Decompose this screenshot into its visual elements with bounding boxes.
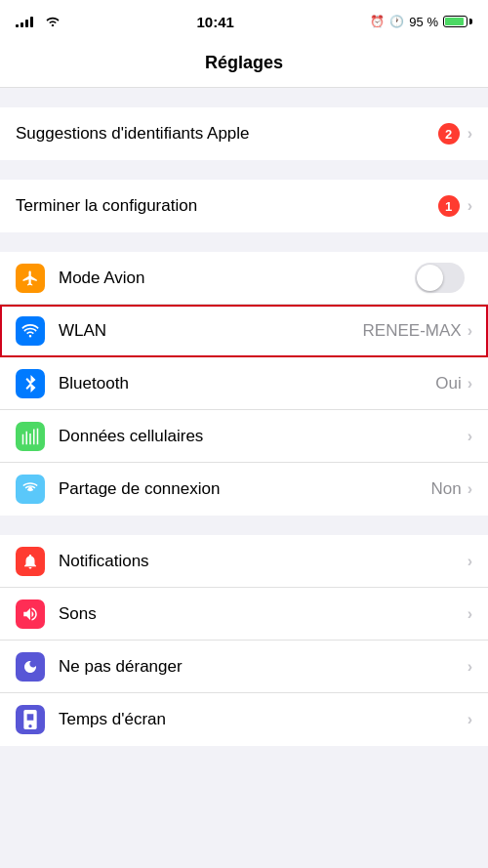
row-mode-avion[interactable]: Mode Avion — [0, 252, 488, 305]
page-title-bar: Réglages — [0, 43, 488, 88]
chevron-notifications: › — [468, 553, 472, 570]
wifi-icon — [16, 316, 45, 346]
section-config: Terminer la configuration 1 › — [0, 180, 488, 232]
badge-apple-id: 2 — [438, 123, 460, 145]
screentime-icon — [16, 705, 45, 734]
clock-icon: 🕐 — [389, 15, 404, 28]
row-ne-pas-deranger[interactable]: Ne pas déranger › — [0, 641, 488, 693]
chevron-config: › — [468, 197, 472, 215]
hotspot-icon — [16, 475, 45, 504]
toggle-mode-avion[interactable] — [415, 263, 465, 293]
row-label-temps-ecran: Temps d'écran — [59, 710, 468, 729]
wifi-status-icon — [45, 15, 61, 29]
chevron-wlan: › — [468, 322, 472, 340]
chevron-apple-id: › — [468, 125, 472, 143]
section-apple-id: Suggestions d'identifiants Apple 2 › — [0, 107, 488, 160]
bluetooth-value: Oui — [435, 374, 461, 393]
row-label-apple-id: Suggestions d'identifiants Apple — [16, 124, 438, 144]
signal-bars-icon — [16, 16, 33, 27]
battery-percent: 95 % — [409, 15, 438, 29]
row-label-notifications: Notifications — [59, 552, 468, 571]
row-label-bluetooth: Bluetooth — [59, 374, 435, 393]
chevron-donnees: › — [468, 428, 472, 445]
moon-icon — [16, 652, 45, 682]
battery-icon — [443, 16, 472, 27]
alarm-icon: ⏰ — [370, 15, 385, 28]
notifications-icon — [16, 547, 45, 576]
chevron-partage: › — [468, 480, 472, 498]
section-connectivity: Mode Avion WLAN RENEE-MAX › Bluetooth Ou… — [0, 252, 488, 516]
spacer-1 — [0, 88, 488, 107]
page-title: Réglages — [0, 53, 488, 73]
row-label-donnees: Données cellulaires — [59, 427, 468, 446]
row-terminer-config[interactable]: Terminer la configuration 1 › — [0, 180, 488, 232]
row-notifications[interactable]: Notifications › — [0, 535, 488, 588]
wlan-value: RENEE-MAX — [363, 321, 462, 341]
partage-value: Non — [430, 479, 461, 499]
bluetooth-icon — [16, 369, 45, 398]
row-partage-connexion[interactable]: Partage de connexion Non › — [0, 463, 488, 516]
spacer-2 — [0, 160, 488, 180]
sounds-icon — [16, 599, 45, 629]
spacer-bottom — [0, 746, 488, 785]
row-bluetooth[interactable]: Bluetooth Oui › — [0, 357, 488, 410]
chevron-temps-ecran: › — [468, 711, 472, 728]
status-right: ⏰ 🕐 95 % — [370, 15, 472, 29]
row-wlan[interactable]: WLAN RENEE-MAX › — [0, 305, 488, 357]
badge-config: 1 — [438, 195, 460, 217]
row-apple-id-suggestions[interactable]: Suggestions d'identifiants Apple 2 › — [0, 107, 488, 160]
row-donnees-cellulaires[interactable]: Données cellulaires › — [0, 410, 488, 463]
status-bar: 10:41 ⏰ 🕐 95 % — [0, 0, 488, 43]
chevron-ne-pas-deranger: › — [468, 658, 472, 676]
status-time: 10:41 — [196, 14, 233, 30]
spacer-3 — [0, 232, 488, 252]
row-label-ne-pas-deranger: Ne pas déranger — [59, 657, 468, 677]
row-temps-ecran[interactable]: Temps d'écran › — [0, 693, 488, 746]
spacer-4 — [0, 516, 488, 535]
row-label-sons: Sons — [59, 604, 468, 624]
chevron-sons: › — [468, 605, 472, 623]
row-label-wlan: WLAN — [59, 321, 363, 341]
row-label-mode-avion: Mode Avion — [59, 269, 415, 288]
row-label-partage: Partage de connexion — [59, 479, 430, 499]
row-label-config: Terminer la configuration — [16, 196, 438, 216]
status-left — [16, 15, 61, 29]
cellular-icon — [16, 422, 45, 451]
section-notifications: Notifications › Sons › Ne pas déranger ›… — [0, 535, 488, 746]
airplane-icon — [16, 264, 45, 293]
chevron-bluetooth: › — [468, 375, 472, 393]
row-sons[interactable]: Sons › — [0, 588, 488, 641]
